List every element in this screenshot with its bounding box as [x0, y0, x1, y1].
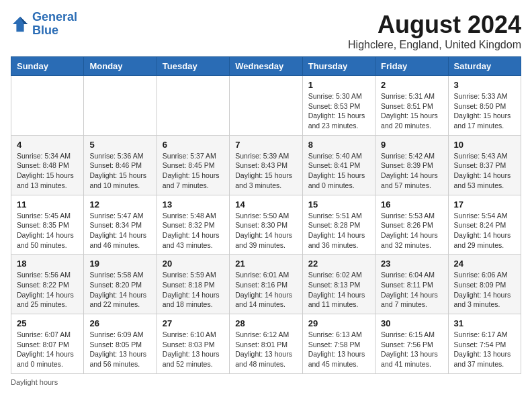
- day-number: 18: [17, 259, 78, 269]
- cell-info: Sunrise: 6:17 AM Sunset: 7:54 PM Dayligh…: [454, 330, 515, 369]
- day-number: 30: [381, 318, 442, 328]
- day-number: 27: [163, 318, 224, 328]
- title-area: August 2024 Highclere, England, United K…: [348, 11, 521, 51]
- calendar-cell: 3Sunrise: 5:33 AM Sunset: 8:50 PM Daylig…: [448, 76, 521, 136]
- subtitle: Highclere, England, United Kingdom: [348, 39, 521, 51]
- day-number: 12: [89, 199, 150, 210]
- calendar-cell: 17Sunrise: 5:54 AM Sunset: 8:24 PM Dayli…: [448, 195, 521, 255]
- footer-note: Daylight hours: [11, 378, 521, 386]
- logo-line2: Blue: [32, 24, 58, 37]
- calendar-cell: 18Sunrise: 5:56 AM Sunset: 8:22 PM Dayli…: [11, 255, 84, 314]
- day-number: 29: [308, 318, 369, 328]
- calendar-cell: 8Sunrise: 5:40 AM Sunset: 8:41 PM Daylig…: [302, 135, 375, 195]
- logo: General Blue: [11, 11, 77, 38]
- cell-info: Sunrise: 5:45 AM Sunset: 8:35 PM Dayligh…: [17, 211, 78, 250]
- day-number: 5: [89, 140, 150, 150]
- cell-info: Sunrise: 6:02 AM Sunset: 8:13 PM Dayligh…: [308, 270, 369, 310]
- calendar-cell: 31Sunrise: 6:17 AM Sunset: 7:54 PM Dayli…: [448, 314, 521, 374]
- calendar-cell: 2Sunrise: 5:31 AM Sunset: 8:51 PM Daylig…: [375, 76, 448, 136]
- footer-note-text: Daylight hours: [11, 378, 58, 386]
- cell-info: Sunrise: 6:04 AM Sunset: 8:11 PM Dayligh…: [381, 270, 442, 310]
- day-number: 11: [17, 199, 78, 210]
- logo-text: General Blue: [32, 11, 77, 38]
- week-row-2: 4Sunrise: 5:34 AM Sunset: 8:48 PM Daylig…: [11, 135, 521, 195]
- page-header: General Blue August 2024 Highclere, Engl…: [11, 11, 521, 51]
- logo-line1: General: [32, 10, 77, 24]
- calendar-cell: 20Sunrise: 5:59 AM Sunset: 8:18 PM Dayli…: [157, 255, 229, 314]
- week-row-3: 11Sunrise: 5:45 AM Sunset: 8:35 PM Dayli…: [11, 195, 521, 255]
- cell-info: Sunrise: 5:50 AM Sunset: 8:30 PM Dayligh…: [235, 211, 296, 250]
- calendar-cell: [11, 76, 84, 136]
- cell-info: Sunrise: 5:40 AM Sunset: 8:41 PM Dayligh…: [308, 151, 369, 191]
- calendar-cell: 15Sunrise: 5:51 AM Sunset: 8:28 PM Dayli…: [302, 195, 375, 255]
- calendar-cell: 23Sunrise: 6:04 AM Sunset: 8:11 PM Dayli…: [375, 255, 448, 314]
- calendar-cell: 29Sunrise: 6:13 AM Sunset: 7:58 PM Dayli…: [302, 314, 375, 374]
- cell-info: Sunrise: 6:15 AM Sunset: 7:56 PM Dayligh…: [381, 330, 442, 369]
- cell-info: Sunrise: 6:09 AM Sunset: 8:05 PM Dayligh…: [89, 330, 150, 369]
- day-number: 6: [163, 140, 224, 150]
- cell-info: Sunrise: 5:43 AM Sunset: 8:37 PM Dayligh…: [454, 151, 515, 191]
- calendar-header-row: SundayMondayTuesdayWednesdayThursdayFrid…: [11, 57, 521, 76]
- calendar-cell: 27Sunrise: 6:10 AM Sunset: 8:03 PM Dayli…: [157, 314, 229, 374]
- day-number: 24: [454, 259, 515, 269]
- cell-info: Sunrise: 5:36 AM Sunset: 8:46 PM Dayligh…: [89, 151, 150, 191]
- cell-info: Sunrise: 5:34 AM Sunset: 8:48 PM Dayligh…: [17, 151, 78, 191]
- calendar-cell: 13Sunrise: 5:48 AM Sunset: 8:32 PM Dayli…: [157, 195, 229, 255]
- day-number: 20: [163, 259, 224, 269]
- calendar-cell: [157, 76, 229, 136]
- main-title: August 2024: [348, 11, 521, 39]
- day-number: 16: [381, 199, 442, 210]
- day-number: 28: [235, 318, 296, 328]
- calendar-cell: 26Sunrise: 6:09 AM Sunset: 8:05 PM Dayli…: [84, 314, 157, 374]
- calendar-cell: [230, 76, 302, 136]
- day-number: 23: [381, 259, 442, 269]
- cell-info: Sunrise: 5:42 AM Sunset: 8:39 PM Dayligh…: [381, 151, 442, 191]
- calendar-cell: 11Sunrise: 5:45 AM Sunset: 8:35 PM Dayli…: [11, 195, 84, 255]
- calendar-cell: 28Sunrise: 6:12 AM Sunset: 8:01 PM Dayli…: [230, 314, 302, 374]
- day-number: 26: [89, 318, 150, 328]
- cell-info: Sunrise: 5:31 AM Sunset: 8:51 PM Dayligh…: [381, 91, 442, 131]
- week-row-1: 1Sunrise: 5:30 AM Sunset: 8:53 PM Daylig…: [11, 76, 521, 136]
- col-header-thursday: Thursday: [302, 57, 375, 76]
- cell-info: Sunrise: 5:54 AM Sunset: 8:24 PM Dayligh…: [454, 211, 515, 250]
- calendar-cell: 7Sunrise: 5:39 AM Sunset: 8:43 PM Daylig…: [230, 135, 302, 195]
- col-header-sunday: Sunday: [11, 57, 84, 76]
- cell-info: Sunrise: 6:07 AM Sunset: 8:07 PM Dayligh…: [17, 330, 78, 369]
- logo-icon: [11, 15, 30, 34]
- cell-info: Sunrise: 5:53 AM Sunset: 8:26 PM Dayligh…: [381, 211, 442, 250]
- calendar-cell: 6Sunrise: 5:37 AM Sunset: 8:45 PM Daylig…: [157, 135, 229, 195]
- calendar-table: SundayMondayTuesdayWednesdayThursdayFrid…: [11, 56, 521, 374]
- cell-info: Sunrise: 5:58 AM Sunset: 8:20 PM Dayligh…: [89, 270, 150, 310]
- day-number: 7: [235, 140, 296, 150]
- cell-info: Sunrise: 5:51 AM Sunset: 8:28 PM Dayligh…: [308, 211, 369, 250]
- cell-info: Sunrise: 6:06 AM Sunset: 8:09 PM Dayligh…: [454, 270, 515, 310]
- cell-info: Sunrise: 5:59 AM Sunset: 8:18 PM Dayligh…: [163, 270, 224, 310]
- calendar-cell: 1Sunrise: 5:30 AM Sunset: 8:53 PM Daylig…: [302, 76, 375, 136]
- calendar-cell: 9Sunrise: 5:42 AM Sunset: 8:39 PM Daylig…: [375, 135, 448, 195]
- day-number: 21: [235, 259, 296, 269]
- day-number: 1: [308, 80, 369, 90]
- day-number: 2: [381, 80, 442, 90]
- day-number: 15: [308, 199, 369, 210]
- col-header-tuesday: Tuesday: [157, 57, 229, 76]
- cell-info: Sunrise: 6:10 AM Sunset: 8:03 PM Dayligh…: [163, 330, 224, 369]
- calendar-cell: 25Sunrise: 6:07 AM Sunset: 8:07 PM Dayli…: [11, 314, 84, 374]
- calendar-cell: 19Sunrise: 5:58 AM Sunset: 8:20 PM Dayli…: [84, 255, 157, 314]
- calendar-cell: 10Sunrise: 5:43 AM Sunset: 8:37 PM Dayli…: [448, 135, 521, 195]
- cell-info: Sunrise: 6:13 AM Sunset: 7:58 PM Dayligh…: [308, 330, 369, 369]
- calendar-cell: 5Sunrise: 5:36 AM Sunset: 8:46 PM Daylig…: [84, 135, 157, 195]
- col-header-saturday: Saturday: [448, 57, 521, 76]
- day-number: 9: [381, 140, 442, 150]
- cell-info: Sunrise: 6:01 AM Sunset: 8:16 PM Dayligh…: [235, 270, 296, 310]
- week-row-5: 25Sunrise: 6:07 AM Sunset: 8:07 PM Dayli…: [11, 314, 521, 374]
- cell-info: Sunrise: 5:56 AM Sunset: 8:22 PM Dayligh…: [17, 270, 78, 310]
- calendar-cell: 21Sunrise: 6:01 AM Sunset: 8:16 PM Dayli…: [230, 255, 302, 314]
- day-number: 25: [17, 318, 78, 328]
- calendar-cell: 24Sunrise: 6:06 AM Sunset: 8:09 PM Dayli…: [448, 255, 521, 314]
- calendar-cell: [84, 76, 157, 136]
- day-number: 10: [454, 140, 515, 150]
- col-header-friday: Friday: [375, 57, 448, 76]
- calendar-cell: 14Sunrise: 5:50 AM Sunset: 8:30 PM Dayli…: [230, 195, 302, 255]
- cell-info: Sunrise: 5:48 AM Sunset: 8:32 PM Dayligh…: [163, 211, 224, 250]
- col-header-monday: Monday: [84, 57, 157, 76]
